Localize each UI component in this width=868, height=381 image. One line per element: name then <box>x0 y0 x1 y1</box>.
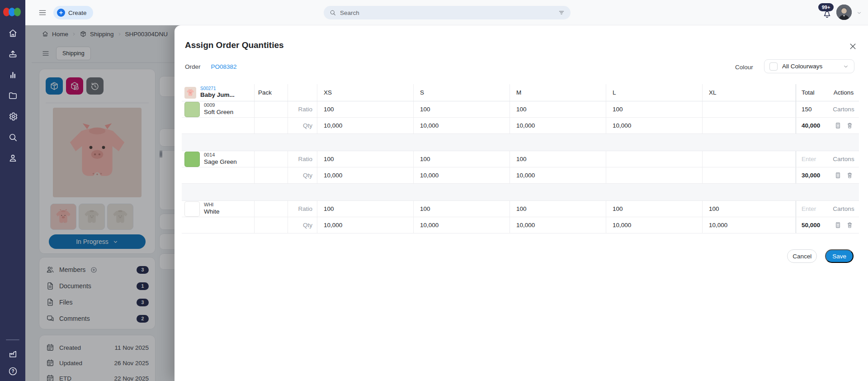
trash-icon[interactable] <box>846 221 854 229</box>
ratio-l[interactable] <box>606 151 703 167</box>
ratio-label: Ratio <box>288 201 317 217</box>
folder-icon[interactable] <box>8 90 18 101</box>
ratio-s[interactable]: 100 <box>414 151 510 167</box>
sidebar-nav <box>0 28 25 163</box>
qty-xs[interactable]: 10,000 <box>317 217 414 233</box>
qty-m[interactable]: 10,000 <box>510 217 606 233</box>
qty-s[interactable]: 10,000 <box>414 167 510 183</box>
qty-l[interactable]: 10,000 <box>606 118 703 133</box>
qty-total: 30,000 <box>796 167 828 183</box>
app-logo[interactable] <box>0 0 25 16</box>
qty-xl[interactable] <box>703 118 796 133</box>
sidebar-divider <box>6 339 19 340</box>
trash-icon[interactable] <box>846 171 854 179</box>
quantities-table: S00271 Baby Jum... Pack XS S M L XL Tota… <box>182 84 859 233</box>
menu-icon[interactable] <box>38 8 47 17</box>
profile-icon[interactable] <box>8 153 18 163</box>
modal-footer: Cancel Save <box>787 249 854 263</box>
calculator-icon[interactable] <box>834 171 842 179</box>
assign-order-quantities-modal: Assign Order Quantities Order PO08382 Co… <box>175 25 868 381</box>
qty-label: Qty <box>288 217 317 233</box>
unit-selector[interactable]: Cartons <box>828 101 859 117</box>
qty-l[interactable] <box>606 167 703 183</box>
trash-icon[interactable] <box>846 122 854 129</box>
order-number-link[interactable]: PO08382 <box>211 63 237 70</box>
qty-total: 50,000 <box>796 217 828 233</box>
ratio-xs[interactable]: 100 <box>317 201 414 217</box>
group-separator <box>182 184 859 201</box>
ratio-total-placeholder[interactable]: Enter <box>796 151 828 167</box>
ratio-xl[interactable]: 100 <box>703 201 796 217</box>
qty-s[interactable]: 10,000 <box>414 118 510 133</box>
qty-l[interactable]: 10,000 <box>606 217 703 233</box>
unit-selector[interactable]: Cartons <box>828 201 859 217</box>
qty-row-soft-green: Qty 10,000 10,000 10,000 10,000 40,000 <box>182 118 859 134</box>
ratio-s[interactable]: 100 <box>414 201 510 217</box>
ratio-xs[interactable]: 100 <box>317 151 414 167</box>
qty-xl[interactable] <box>703 167 796 183</box>
plus-icon <box>57 9 65 17</box>
cancel-button[interactable]: Cancel <box>787 249 817 263</box>
ratio-row-soft-green: 0009 Soft Green Ratio 100 100 100 100 15… <box>182 101 859 118</box>
ratio-total-placeholder[interactable]: Enter <box>796 201 828 217</box>
ratio-s[interactable]: 100 <box>414 101 510 117</box>
topbar: Create 99+ <box>25 0 868 25</box>
qty-m[interactable]: 10,000 <box>510 167 606 183</box>
notifications-button[interactable]: 99+ <box>817 3 838 22</box>
colour-label: Colour <box>735 64 753 71</box>
upload-icon[interactable] <box>8 49 18 59</box>
pack-cell[interactable] <box>255 101 288 117</box>
ratio-total[interactable]: 150 <box>796 101 828 117</box>
global-search[interactable] <box>324 6 571 19</box>
unit-selector[interactable]: Cartons <box>828 151 859 167</box>
column-header-xl: XL <box>703 84 796 101</box>
product-name: Baby Jum... <box>200 91 235 99</box>
save-button[interactable]: Save <box>825 249 854 263</box>
colour-swatch <box>184 152 200 167</box>
sidebar <box>0 0 25 381</box>
help-icon[interactable] <box>8 366 18 376</box>
colour-code: 0014 <box>204 152 237 158</box>
qty-xl[interactable]: 10,000 <box>703 217 796 233</box>
column-header-l: L <box>606 84 703 101</box>
chevron-down-icon <box>843 63 849 70</box>
order-row: Order PO08382 <box>185 63 237 70</box>
colourways-dropdown[interactable]: All Colourways <box>764 59 854 73</box>
colour-name: White <box>204 208 220 216</box>
calculator-icon[interactable] <box>834 221 842 229</box>
modal-title: Assign Order Quantities <box>185 40 284 50</box>
ratio-xl[interactable] <box>703 101 796 117</box>
pack-cell[interactable] <box>255 151 288 167</box>
ratio-row-white: WHI White Ratio 100 100 100 100 100 Ente… <box>182 201 859 217</box>
product-code-link[interactable]: S00271 <box>200 86 235 91</box>
analytics-icon[interactable] <box>8 70 18 80</box>
filter-icon[interactable] <box>558 9 565 16</box>
close-icon[interactable] <box>848 42 858 51</box>
factory-icon[interactable] <box>8 348 18 359</box>
ratio-m[interactable]: 100 <box>510 151 606 167</box>
home-icon[interactable] <box>8 28 18 38</box>
ratio-xl[interactable] <box>703 151 796 167</box>
ratio-m[interactable]: 100 <box>510 101 606 117</box>
search-icon[interactable] <box>8 132 18 143</box>
qty-xs[interactable]: 10,000 <box>317 118 414 133</box>
avatar[interactable] <box>836 5 852 20</box>
chevron-down-icon[interactable] <box>856 10 862 16</box>
qty-s[interactable]: 10,000 <box>414 217 510 233</box>
create-button[interactable]: Create <box>53 6 93 19</box>
ratio-l[interactable]: 100 <box>606 101 703 117</box>
ratio-l[interactable]: 100 <box>606 201 703 217</box>
ratio-m[interactable]: 100 <box>510 201 606 217</box>
settings-icon[interactable] <box>8 111 18 122</box>
pack-cell[interactable] <box>255 201 288 217</box>
ratio-row-sage-green: 0014 Sage Green Ratio 100 100 100 Enter … <box>182 151 859 167</box>
search-input[interactable] <box>340 10 554 16</box>
order-label: Order <box>185 63 201 70</box>
notification-badge: 99+ <box>818 3 834 11</box>
qty-label: Qty <box>288 167 317 183</box>
qty-xs[interactable]: 10,000 <box>317 167 414 183</box>
ratio-xs[interactable]: 100 <box>317 101 414 117</box>
qty-m[interactable]: 10,000 <box>510 118 606 133</box>
calculator-icon[interactable] <box>834 122 842 129</box>
colour-code: 0009 <box>204 102 233 108</box>
